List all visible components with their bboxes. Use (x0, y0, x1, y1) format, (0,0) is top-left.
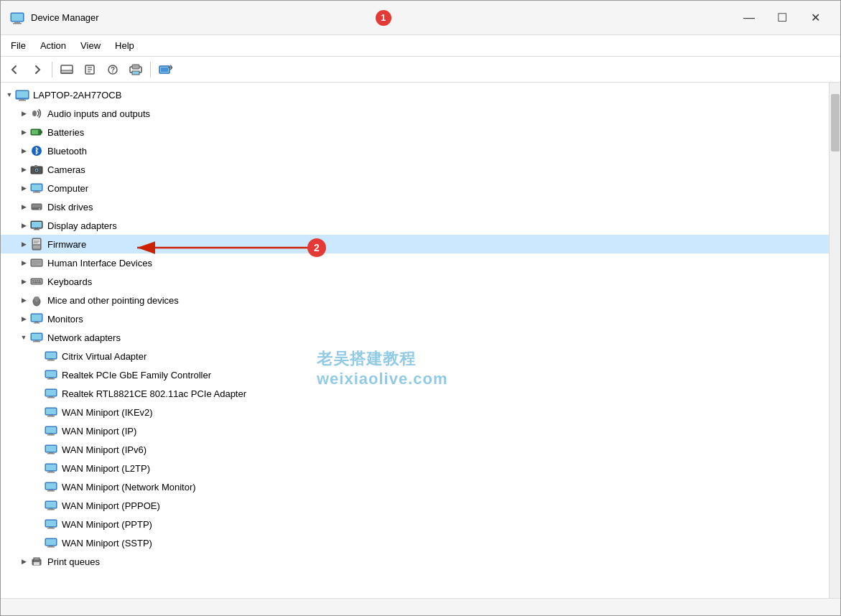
show-hide-btn[interactable] (56, 60, 78, 80)
net-wan-pppoe-icon (44, 498, 58, 513)
expand-disk[interactable]: ▶ (18, 201, 29, 213)
tree-print[interactable]: ▶ Print queues (1, 552, 829, 571)
tree-hid[interactable]: ▶ Human Interface Devices (1, 253, 829, 272)
tree-display[interactable]: ▶ Display adapters (1, 216, 829, 235)
forward-button[interactable] (27, 60, 48, 80)
expand-firmware[interactable]: ▶ (18, 238, 29, 250)
menu-view[interactable]: View (73, 37, 108, 54)
disk-label: Disk drives (47, 202, 93, 213)
expand-monitors[interactable]: ▶ (18, 313, 29, 325)
disk-icon (29, 200, 44, 214)
svg-rect-105 (47, 490, 55, 492)
device-tree[interactable]: ▼ LAPTOP-2AH77OCB ▶ (1, 83, 829, 598)
net-wan-netmon-label: WAN Miniport (Network Monitor) (62, 482, 196, 493)
expand-network[interactable]: ▼ (18, 332, 29, 343)
window-controls: — ☐ ✕ (733, 6, 832, 29)
tree-net-wan-ipv6[interactable]: ▶ WAN Miniport (IPv6) (1, 440, 829, 459)
svg-rect-21 (19, 100, 26, 101)
tree-root[interactable]: ▼ LAPTOP-2AH77OCB (1, 85, 829, 104)
svg-rect-57 (34, 280, 36, 281)
expand-batteries[interactable]: ▶ (18, 126, 29, 138)
svg-rect-115 (46, 539, 56, 545)
expand-keyboards[interactable]: ▶ (18, 276, 29, 287)
tree-bluetooth[interactable]: ▶ ᛒ Bluetooth (1, 141, 829, 160)
svg-rect-22 (17, 91, 28, 98)
expand-audio[interactable]: ▶ (18, 108, 29, 119)
svg-rect-60 (32, 282, 34, 284)
svg-rect-120 (34, 562, 40, 565)
tree-net-wan-ip[interactable]: ▶ WAN Miniport (IP) (1, 421, 829, 440)
scrollbar-thumb[interactable] (831, 94, 840, 151)
svg-rect-38 (32, 207, 42, 210)
net-wan-pptp-label: WAN Miniport (PPTP) (62, 519, 152, 530)
svg-rect-87 (46, 409, 56, 414)
tree-net-realtek2[interactable]: ▶ Realtek RTL8821CE 802.11ac PCIe Adapte… (1, 384, 829, 403)
net-realtek2-label: Realtek RTL8821CE 802.11ac PCIe Adapter (62, 388, 246, 399)
svg-rect-58 (37, 280, 38, 281)
expand-bluetooth[interactable]: ▶ (18, 145, 29, 157)
tree-keyboards[interactable]: ▶ Keyboards (1, 272, 829, 291)
svg-rect-73 (33, 341, 40, 342)
svg-rect-79 (46, 371, 56, 377)
status-bar (1, 598, 840, 615)
tree-net-wan-sstp[interactable]: ▶ WAN Miniport (SSTP) (1, 533, 829, 552)
close-button[interactable]: ✕ (799, 6, 832, 29)
svg-rect-95 (46, 446, 56, 452)
maximize-button[interactable]: ☐ (766, 6, 799, 29)
minimize-button[interactable]: — (733, 6, 766, 29)
scrollbar[interactable] (829, 83, 840, 598)
tree-net-wan-pptp[interactable]: ▶ WAN Miniport (PPTP) (1, 515, 829, 533)
svg-rect-103 (46, 483, 56, 489)
expand-print[interactable]: ▶ (18, 556, 29, 567)
menu-file[interactable]: File (4, 37, 33, 54)
svg-rect-119 (34, 558, 40, 560)
svg-rect-59 (39, 280, 40, 281)
svg-rect-97 (47, 453, 55, 454)
tree-cameras[interactable]: ▶ Cameras (1, 160, 829, 179)
help-btn[interactable]: ? (102, 60, 124, 80)
tree-audio[interactable]: ▶ Audio inputs and outputs (1, 104, 829, 123)
menu-help[interactable]: Help (108, 37, 141, 54)
tree-net-wan-pppoe[interactable]: ▶ WAN Miniport (PPPOE) (1, 496, 829, 515)
svg-rect-43 (34, 229, 40, 230)
tree-net-realtek1[interactable]: ▶ Realtek PCIe GbE Family Controller (1, 365, 829, 384)
tree-batteries[interactable]: ▶ Batteries (1, 123, 829, 141)
tree-net-wan-ikev2[interactable]: ▶ WAN Miniport (IKEv2) (1, 403, 829, 421)
svg-rect-107 (46, 502, 56, 508)
tree-monitors[interactable]: ▶ Monitors (1, 309, 829, 328)
expand-root[interactable]: ▼ (4, 89, 15, 101)
scan-btn[interactable] (154, 60, 176, 80)
svg-rect-15 (132, 71, 139, 75)
properties-btn[interactable] (79, 60, 101, 80)
svg-rect-2 (13, 23, 22, 24)
tree-mice[interactable]: ▶ Mice and other pointing devices (1, 291, 829, 309)
svg-rect-26 (32, 130, 38, 134)
tree-net-wan-l2tp[interactable]: ▶ WAN Miniport (L2TP) (1, 459, 829, 477)
tree-computer[interactable]: ▶ Computer (1, 179, 829, 197)
firmware-icon (29, 237, 44, 251)
display-icon (29, 218, 44, 233)
expand-computer[interactable]: ▶ (18, 182, 29, 194)
expand-display[interactable]: ▶ (18, 220, 29, 231)
net-wan-pppoe-label: WAN Miniport (PPPOE) (62, 500, 160, 511)
expand-mice[interactable]: ▶ (18, 294, 29, 306)
expand-hid[interactable]: ▶ (18, 257, 29, 269)
update-driver-btn[interactable] (125, 60, 147, 80)
tree-firmware[interactable]: ▶ Firmware (1, 235, 829, 253)
net-wan-sstp-label: WAN Miniport (SSTP) (62, 538, 152, 549)
svg-rect-109 (47, 509, 55, 510)
tree-net-citrix[interactable]: ▶ Citrix Virtual Adapter (1, 347, 829, 365)
net-wan-ipv6-label: WAN Miniport (IPv6) (62, 444, 147, 455)
app-icon (9, 10, 25, 26)
net-citrix-label: Citrix Virtual Adapter (62, 351, 147, 362)
svg-rect-36 (33, 192, 40, 193)
tree-net-wan-netmon[interactable]: ▶ WAN Miniport (Network Monitor) (1, 477, 829, 496)
net-wan-sstp-icon (44, 536, 58, 550)
menu-action[interactable]: Action (33, 37, 73, 54)
back-button[interactable] (4, 60, 25, 80)
svg-point-31 (36, 169, 38, 172)
tree-disk[interactable]: ▶ Disk drives (1, 197, 829, 216)
svg-rect-111 (46, 521, 56, 526)
tree-network[interactable]: ▼ Network adapters (1, 328, 829, 347)
expand-cameras[interactable]: ▶ (18, 164, 29, 175)
